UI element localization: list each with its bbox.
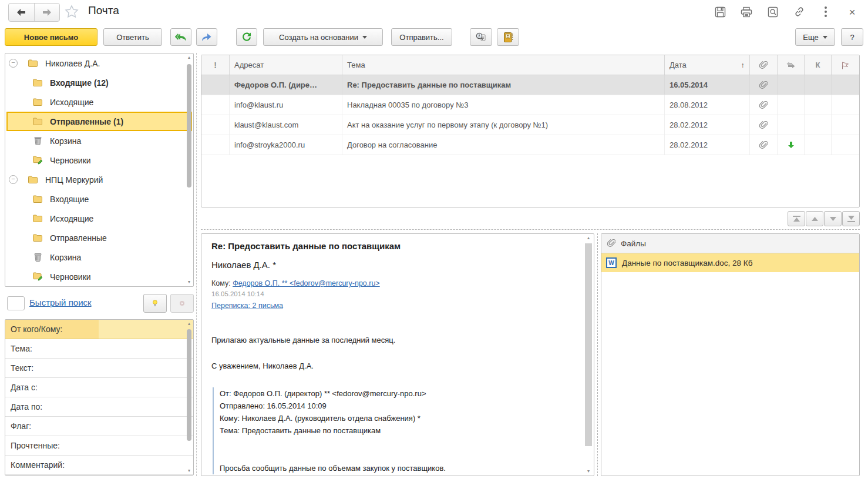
mail-row[interactable]: info@stroyka2000.ru Договор на согласова… [201, 135, 859, 155]
filter-label: От кого/Кому: [5, 320, 99, 339]
tree-scrollbar[interactable]: ▴ ▾ [186, 55, 192, 285]
folder-item-nikolaev[interactable]: Николаев Д.А. [5, 53, 193, 73]
folder-item-outbox-2[interactable]: Исходящие [5, 209, 193, 228]
send-button[interactable]: Отправить... [391, 28, 452, 46]
folder-item-inbox[interactable]: Входящие (12) [5, 73, 193, 92]
attachment-indicator [750, 135, 778, 155]
filter-row-date-to[interactable]: Дата по: [5, 397, 193, 417]
preview-to-line: Кому: Федоров О.П. ** <fedorov@mercury-n… [211, 279, 580, 287]
forward-button[interactable] [35, 4, 60, 21]
folder-icon [28, 59, 38, 67]
column-k[interactable]: К [805, 55, 832, 75]
scroll-up-icon[interactable]: ▴ [186, 321, 192, 327]
folder-item-outbox[interactable]: Исходящие [5, 92, 193, 112]
recipient-link[interactable]: Федоров О.П. ** <fedorov@mercury-npo.ru> [233, 279, 380, 287]
horizontal-splitter[interactable] [201, 229, 860, 230]
folder-item-sent-selected[interactable]: Отправленные (1) [6, 112, 192, 131]
down-icon [829, 216, 837, 222]
column-date[interactable]: Дата ↑ [665, 55, 750, 75]
folder-icon [32, 118, 43, 125]
filter-row-subject[interactable]: Тема: [5, 339, 193, 359]
preview-scrollbar[interactable]: ▴ ▾ [584, 235, 593, 474]
go-last-button[interactable] [842, 211, 860, 226]
filter-value-field[interactable] [99, 320, 193, 339]
filter-row-date-from[interactable]: Дата с: [5, 378, 193, 397]
scroll-thumb[interactable] [187, 329, 191, 441]
menu-kebab-icon[interactable] [819, 5, 832, 18]
folder-item-trash[interactable]: Корзина [5, 131, 193, 150]
create-based-on-button[interactable]: Создать на основании [263, 28, 383, 46]
filter-row-flag[interactable]: Флаг: [5, 417, 193, 436]
filter-row-comment[interactable]: Комментарий: [5, 456, 193, 475]
scroll-thumb[interactable] [585, 243, 592, 446]
last-icon [847, 216, 855, 222]
filter-label: Текст: [5, 363, 33, 373]
search-settings-button[interactable] [143, 294, 167, 313]
scroll-thumb[interactable] [187, 64, 191, 188]
folder-item-trash-2[interactable]: Корзина [5, 247, 193, 267]
filter-row-read[interactable]: Прочтенные: [5, 436, 193, 456]
quick-search-link[interactable]: Быстрый поиск [29, 297, 92, 307]
paperclip-icon [759, 141, 768, 149]
mail-addressee: Федоров О.П. (дире… [230, 75, 342, 95]
folder-item-sent-2[interactable]: Отправленные [5, 228, 193, 247]
column-importance[interactable]: ! [201, 55, 230, 75]
clear-search-button[interactable] [170, 294, 194, 313]
go-first-button[interactable] [788, 211, 805, 226]
k-label: К [816, 61, 820, 69]
go-down-button[interactable] [824, 211, 842, 226]
mail-row-selected[interactable]: Федоров О.П. (дире… Re: Предоставить дан… [201, 75, 859, 95]
forward-mail-button[interactable] [196, 28, 217, 46]
print-icon[interactable] [740, 5, 753, 18]
folder-icon [32, 98, 43, 106]
scroll-down-icon[interactable]: ▾ [584, 468, 593, 474]
column-addressee[interactable]: Адресат [230, 55, 342, 75]
conversation-link[interactable]: Переписка: 2 письма [211, 302, 283, 310]
get-link-icon[interactable] [793, 5, 806, 18]
print-preview-icon[interactable] [766, 5, 779, 18]
reply-button[interactable]: Ответить [103, 28, 162, 46]
mail-row[interactable]: klaust@klaust.com Акт на оказание услуг … [201, 115, 859, 135]
folder-item-drafts-2[interactable]: Черновики [5, 267, 193, 286]
folder-item-npc-mercury[interactable]: НПЦ Меркурий [5, 170, 193, 189]
collapse-toggle-icon[interactable] [9, 175, 18, 184]
favorite-star-icon[interactable] [65, 5, 79, 21]
address-book-button[interactable] [497, 28, 519, 46]
mail-subject: Договор на согласование [342, 135, 665, 155]
folder-label: НПЦ Меркурий [45, 175, 103, 185]
find-in-list-button[interactable] [470, 28, 492, 46]
filter-scrollbar[interactable]: ▴ ▾ [186, 321, 192, 474]
collapse-toggle-icon[interactable] [9, 59, 18, 68]
filter-row-text[interactable]: Текст: [5, 359, 193, 378]
go-up-button[interactable] [806, 211, 823, 226]
back-button[interactable] [9, 4, 35, 21]
folder-item-drafts[interactable]: Черновики [5, 150, 193, 170]
scroll-up-icon[interactable]: ▴ [584, 235, 593, 241]
quick-search-expand-button[interactable] [7, 296, 25, 310]
filter-row-from-to[interactable]: От кого/Кому: [5, 320, 193, 339]
column-subject[interactable]: Тема [342, 55, 665, 75]
close-icon[interactable]: × [846, 5, 859, 18]
scroll-down-icon[interactable]: ▾ [186, 468, 192, 474]
title-bar: Почта × [0, 0, 868, 24]
column-reply-forward[interactable] [778, 55, 805, 75]
scroll-up-icon[interactable]: ▴ [186, 55, 192, 61]
help-button[interactable]: ? [841, 28, 863, 46]
new-mail-button[interactable]: Новое письмо [5, 28, 97, 46]
sidebar-splitter[interactable] [196, 53, 197, 476]
save-icon[interactable] [714, 5, 726, 18]
more-button[interactable]: Еще [795, 28, 835, 46]
preview-files-splitter[interactable] [597, 233, 598, 476]
refresh-button[interactable] [236, 28, 257, 46]
reply-all-button[interactable] [170, 28, 191, 46]
scroll-down-icon[interactable]: ▾ [186, 279, 192, 285]
column-attachment[interactable] [750, 55, 778, 75]
folder-item-inbox-2[interactable]: Входящие [5, 189, 193, 209]
column-flag[interactable] [832, 55, 859, 75]
folder-label: Черновики [50, 156, 91, 165]
filter-label: Флаг: [5, 421, 31, 431]
quote-line: Кому: Николаев Д.А. (руководитель отдела… [220, 412, 580, 424]
attachment-item-selected[interactable]: W Данные по поставщикам.doc, 28 Кб [601, 253, 859, 272]
mail-row[interactable]: info@klaust.ru Накладная 00035 по догово… [201, 95, 859, 115]
flag-icon [841, 61, 850, 69]
